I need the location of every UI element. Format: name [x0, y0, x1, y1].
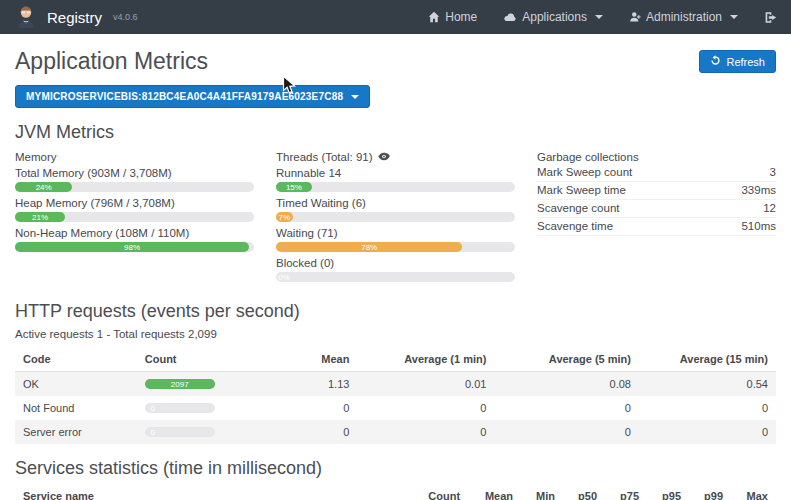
nav-applications-label: Applications — [522, 10, 587, 24]
services-statistics-title: Services statistics (time in millisecond… — [15, 458, 776, 479]
runnable-progress: 15% — [276, 182, 515, 192]
brand[interactable]: Registry v4.0.6 — [14, 3, 138, 32]
http-avg1: 0 — [357, 420, 494, 444]
progress-value: 0% — [278, 273, 290, 282]
blocked-progress: 0% — [276, 272, 515, 282]
table-header-row: Code Count Mean Average (1 min) Average … — [15, 348, 776, 372]
threads-title: Threads (Total: 91) — [276, 151, 373, 163]
gc-label: Mark Sweep count — [537, 166, 632, 178]
instance-name: MYMICROSERVICEBIS:812BC4EA0C4A41FFA9179A… — [26, 91, 343, 102]
sign-out-button[interactable] — [764, 11, 777, 24]
gc-label: Mark Sweep time — [537, 184, 626, 196]
table-row: OK 2097 1.13 0.01 0.08 0.54 — [15, 372, 776, 397]
metric-label: Timed Waiting (6) — [276, 197, 515, 209]
http-avg5: 0.08 — [494, 372, 639, 397]
col-min: Min — [521, 485, 563, 500]
http-count-progress: 0 — [145, 427, 215, 437]
waiting-progress: 78% — [276, 242, 515, 252]
http-requests-table: Code Count Mean Average (1 min) Average … — [15, 348, 776, 444]
chevron-down-icon — [730, 15, 738, 19]
chevron-down-icon — [351, 95, 359, 99]
col-max: Max — [731, 485, 776, 500]
metric-label: Heap Memory (796M / 3,708M) — [15, 197, 254, 209]
gc-row: Scavenge time 510ms — [537, 218, 776, 236]
refresh-button[interactable]: Refresh — [699, 50, 776, 73]
progress-value: 0 — [151, 404, 155, 413]
metric-label: Non-Heap Memory (108M / 110M) — [15, 227, 254, 239]
col-code: Code — [15, 348, 137, 372]
col-avg-1min: Average (1 min) — [357, 348, 494, 372]
page-title: Application Metrics — [15, 48, 208, 75]
nonheap-memory-progress: 98% — [15, 242, 254, 252]
timed-waiting-progress: 7% — [276, 212, 515, 222]
http-avg1: 0.01 — [357, 372, 494, 397]
table-row: Not Found 0 0 0 0 0 — [15, 396, 776, 420]
eye-icon[interactable] — [378, 151, 390, 163]
http-mean: 1.13 — [251, 372, 358, 397]
http-avg1: 0 — [357, 396, 494, 420]
col-p50: p50 — [563, 485, 605, 500]
cloud-icon — [503, 12, 517, 23]
col-mean: Mean — [468, 485, 521, 500]
instance-selector-dropdown[interactable]: MYMICROSERVICEBIS:812BC4EA0C4A41FFA9179A… — [15, 85, 370, 108]
navbar: Registry v4.0.6 Home Applications Admini… — [0, 0, 791, 34]
gc-title: Garbage collections — [537, 151, 776, 163]
http-mean: 0 — [251, 420, 358, 444]
total-memory-progress: 24% — [15, 182, 254, 192]
table-header-row: Service name Count Mean Min p50 p75 p95 … — [15, 485, 776, 500]
jvm-metrics-title: JVM Metrics — [15, 122, 776, 143]
col-p95: p95 — [647, 485, 689, 500]
gc-value: 12 — [763, 202, 776, 214]
gc-value: 510ms — [741, 220, 776, 232]
nav-home-label: Home — [445, 10, 477, 24]
col-mean: Mean — [251, 348, 358, 372]
gc-label: Scavenge time — [537, 220, 613, 232]
nav-applications[interactable]: Applications — [503, 10, 603, 24]
http-mean: 0 — [251, 396, 358, 420]
http-avg15: 0 — [639, 420, 776, 444]
threads-column: Threads (Total: 91) Runnable 14 15% Time… — [276, 149, 515, 287]
nav-home[interactable]: Home — [428, 10, 477, 24]
gc-column: Garbage collections Mark Sweep count 3 M… — [537, 149, 776, 287]
gc-row: Scavenge count 12 — [537, 200, 776, 218]
nav-administration-label: Administration — [646, 10, 722, 24]
http-avg15: 0.54 — [639, 372, 776, 397]
gc-label: Scavenge count — [537, 202, 619, 214]
http-avg15: 0 — [639, 396, 776, 420]
col-avg-15min: Average (15 min) — [639, 348, 776, 372]
http-count-progress: 2097 — [145, 379, 215, 389]
memory-column: Memory Total Memory (903M / 3,708M) 24% … — [15, 149, 254, 287]
metric-label: Waiting (71) — [276, 227, 515, 239]
http-code: Not Found — [15, 396, 137, 420]
gc-value: 3 — [770, 166, 776, 178]
col-service-name: Service name — [15, 485, 411, 500]
col-count: Count — [411, 485, 468, 500]
gc-row: Mark Sweep count 3 — [537, 164, 776, 182]
app-version: v4.0.6 — [113, 12, 138, 22]
col-count: Count — [137, 348, 251, 372]
progress-value: 0 — [151, 428, 155, 437]
memory-title: Memory — [15, 151, 254, 163]
home-icon — [428, 11, 440, 23]
gc-row: Mark Sweep time 339ms — [537, 182, 776, 200]
app-title: Registry — [47, 9, 102, 26]
table-row: Server error 0 0 0 0 0 — [15, 420, 776, 444]
metric-label: Blocked (0) — [276, 257, 515, 269]
refresh-icon — [710, 55, 721, 68]
services-statistics-table: Service name Count Mean Min p50 p75 p95 … — [15, 485, 776, 500]
http-code: Server error — [15, 420, 137, 444]
col-p75: p75 — [605, 485, 647, 500]
user-icon — [629, 11, 641, 23]
gc-value: 339ms — [741, 184, 776, 196]
col-p99: p99 — [689, 485, 731, 500]
http-requests-summary: Active requests 1 - Total requests 2,099 — [15, 328, 776, 340]
nav-administration[interactable]: Administration — [629, 10, 738, 24]
http-requests-title: HTTP requests (events per second) — [15, 301, 776, 322]
http-avg5: 0 — [494, 420, 639, 444]
col-avg-5min: Average (5 min) — [494, 348, 639, 372]
http-code: OK — [15, 372, 137, 397]
heap-memory-progress: 21% — [15, 212, 254, 222]
jhipster-avatar-logo — [14, 3, 38, 32]
chevron-down-icon — [595, 15, 603, 19]
http-count-progress: 0 — [145, 403, 215, 413]
